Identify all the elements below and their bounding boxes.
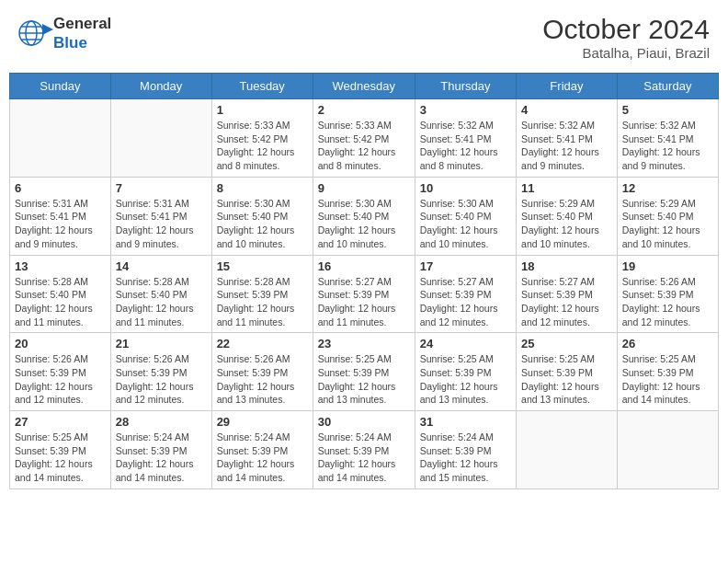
day-number: 3 <box>420 103 511 117</box>
calendar-cell: 12Sunrise: 5:29 AM Sunset: 5:40 PM Dayli… <box>617 177 718 255</box>
calendar-cell: 29Sunrise: 5:24 AM Sunset: 5:39 PM Dayli… <box>211 411 313 489</box>
day-number: 4 <box>521 103 612 117</box>
calendar-cell <box>110 99 211 178</box>
day-number: 26 <box>622 337 713 350</box>
day-number: 15 <box>217 259 308 273</box>
day-number: 6 <box>15 181 106 195</box>
day-info: Sunrise: 5:31 AM Sunset: 5:41 PM Dayligh… <box>15 197 106 251</box>
title-area: October 2024 Batalha, Piaui, Brazil <box>542 14 710 61</box>
day-info: Sunrise: 5:24 AM Sunset: 5:39 PM Dayligh… <box>420 431 511 485</box>
day-number: 25 <box>521 337 612 350</box>
day-info: Sunrise: 5:27 AM Sunset: 5:39 PM Dayligh… <box>318 275 410 329</box>
day-number: 23 <box>318 337 410 350</box>
calendar-cell: 23Sunrise: 5:25 AM Sunset: 5:39 PM Dayli… <box>313 333 415 411</box>
day-info: Sunrise: 5:32 AM Sunset: 5:41 PM Dayligh… <box>420 119 511 173</box>
weekday-header: Friday <box>517 74 618 99</box>
day-info: Sunrise: 5:30 AM Sunset: 5:40 PM Dayligh… <box>217 197 308 251</box>
month-year-title: October 2024 <box>542 14 710 45</box>
logo-icon <box>18 17 53 50</box>
calendar-cell: 22Sunrise: 5:26 AM Sunset: 5:39 PM Dayli… <box>211 333 313 411</box>
day-number: 20 <box>15 337 106 350</box>
calendar-cell: 5Sunrise: 5:32 AM Sunset: 5:41 PM Daylig… <box>617 99 718 178</box>
weekday-header: Wednesday <box>313 74 415 99</box>
day-number: 31 <box>420 415 511 429</box>
calendar-week-row: 1Sunrise: 5:33 AM Sunset: 5:42 PM Daylig… <box>10 99 719 178</box>
calendar-cell: 11Sunrise: 5:29 AM Sunset: 5:40 PM Dayli… <box>517 177 618 255</box>
day-number: 22 <box>217 337 308 350</box>
calendar-cell: 27Sunrise: 5:25 AM Sunset: 5:39 PM Dayli… <box>10 411 111 489</box>
calendar-cell: 28Sunrise: 5:24 AM Sunset: 5:39 PM Dayli… <box>110 411 211 489</box>
calendar-cell: 3Sunrise: 5:32 AM Sunset: 5:41 PM Daylig… <box>415 99 516 178</box>
day-info: Sunrise: 5:32 AM Sunset: 5:41 PM Dayligh… <box>622 119 713 173</box>
calendar-week-row: 20Sunrise: 5:26 AM Sunset: 5:39 PM Dayli… <box>10 333 719 411</box>
calendar-cell: 25Sunrise: 5:25 AM Sunset: 5:39 PM Dayli… <box>517 333 618 411</box>
day-number: 21 <box>116 337 207 350</box>
day-info: Sunrise: 5:26 AM Sunset: 5:39 PM Dayligh… <box>622 275 713 329</box>
calendar-cell: 21Sunrise: 5:26 AM Sunset: 5:39 PM Dayli… <box>110 333 211 411</box>
calendar-table: SundayMondayTuesdayWednesdayThursdayFrid… <box>9 73 719 489</box>
day-info: Sunrise: 5:30 AM Sunset: 5:40 PM Dayligh… <box>318 197 410 251</box>
day-info: Sunrise: 5:30 AM Sunset: 5:40 PM Dayligh… <box>420 197 511 251</box>
day-number: 18 <box>521 259 612 273</box>
logo-general-text: General <box>53 15 111 32</box>
day-number: 2 <box>318 103 410 117</box>
weekday-header: Monday <box>110 74 211 99</box>
day-info: Sunrise: 5:32 AM Sunset: 5:41 PM Dayligh… <box>521 119 612 173</box>
day-number: 5 <box>622 103 713 117</box>
day-number: 14 <box>116 259 207 273</box>
day-number: 9 <box>318 181 410 195</box>
day-info: Sunrise: 5:33 AM Sunset: 5:42 PM Dayligh… <box>217 119 308 173</box>
day-number: 13 <box>15 259 106 273</box>
calendar-cell: 10Sunrise: 5:30 AM Sunset: 5:40 PM Dayli… <box>415 177 516 255</box>
day-info: Sunrise: 5:26 AM Sunset: 5:39 PM Dayligh… <box>217 352 308 407</box>
page-header: General Blue October 2024 Batalha, Piaui… <box>9 9 719 65</box>
day-info: Sunrise: 5:25 AM Sunset: 5:39 PM Dayligh… <box>15 431 106 485</box>
day-info: Sunrise: 5:28 AM Sunset: 5:40 PM Dayligh… <box>116 275 207 329</box>
day-info: Sunrise: 5:25 AM Sunset: 5:39 PM Dayligh… <box>318 352 410 407</box>
calendar-cell: 9Sunrise: 5:30 AM Sunset: 5:40 PM Daylig… <box>313 177 415 255</box>
day-info: Sunrise: 5:25 AM Sunset: 5:39 PM Dayligh… <box>622 352 713 407</box>
calendar-cell: 20Sunrise: 5:26 AM Sunset: 5:39 PM Dayli… <box>10 333 111 411</box>
calendar-cell: 8Sunrise: 5:30 AM Sunset: 5:40 PM Daylig… <box>211 177 313 255</box>
day-info: Sunrise: 5:29 AM Sunset: 5:40 PM Dayligh… <box>521 197 612 251</box>
day-info: Sunrise: 5:25 AM Sunset: 5:39 PM Dayligh… <box>420 352 511 407</box>
day-number: 10 <box>420 181 511 195</box>
calendar-cell: 18Sunrise: 5:27 AM Sunset: 5:39 PM Dayli… <box>517 255 618 333</box>
location-subtitle: Batalha, Piaui, Brazil <box>542 45 710 61</box>
day-number: 28 <box>116 415 207 429</box>
day-info: Sunrise: 5:24 AM Sunset: 5:39 PM Dayligh… <box>318 431 410 485</box>
day-info: Sunrise: 5:33 AM Sunset: 5:42 PM Dayligh… <box>318 119 410 173</box>
day-info: Sunrise: 5:27 AM Sunset: 5:39 PM Dayligh… <box>420 275 511 329</box>
weekday-header-row: SundayMondayTuesdayWednesdayThursdayFrid… <box>10 74 719 99</box>
calendar-cell: 2Sunrise: 5:33 AM Sunset: 5:42 PM Daylig… <box>313 99 415 178</box>
calendar-cell: 15Sunrise: 5:28 AM Sunset: 5:39 PM Dayli… <box>211 255 313 333</box>
day-info: Sunrise: 5:25 AM Sunset: 5:39 PM Dayligh… <box>521 352 612 407</box>
day-number: 16 <box>318 259 410 273</box>
weekday-header: Thursday <box>415 74 516 99</box>
logo: General Blue <box>18 14 111 52</box>
calendar-cell: 17Sunrise: 5:27 AM Sunset: 5:39 PM Dayli… <box>415 255 516 333</box>
day-number: 12 <box>622 181 713 195</box>
day-info: Sunrise: 5:28 AM Sunset: 5:39 PM Dayligh… <box>217 275 308 329</box>
calendar-cell: 4Sunrise: 5:32 AM Sunset: 5:41 PM Daylig… <box>517 99 618 178</box>
calendar-cell: 19Sunrise: 5:26 AM Sunset: 5:39 PM Dayli… <box>617 255 718 333</box>
day-info: Sunrise: 5:26 AM Sunset: 5:39 PM Dayligh… <box>116 352 207 407</box>
day-number: 1 <box>217 103 308 117</box>
calendar-cell <box>617 411 718 489</box>
calendar-cell: 24Sunrise: 5:25 AM Sunset: 5:39 PM Dayli… <box>415 333 516 411</box>
calendar-week-row: 13Sunrise: 5:28 AM Sunset: 5:40 PM Dayli… <box>10 255 719 333</box>
day-info: Sunrise: 5:26 AM Sunset: 5:39 PM Dayligh… <box>15 352 106 407</box>
calendar-week-row: 6Sunrise: 5:31 AM Sunset: 5:41 PM Daylig… <box>10 177 719 255</box>
day-number: 30 <box>318 415 410 429</box>
calendar-cell: 31Sunrise: 5:24 AM Sunset: 5:39 PM Dayli… <box>415 411 516 489</box>
logo-blue-text: Blue <box>53 34 87 52</box>
day-number: 19 <box>622 259 713 273</box>
calendar-cell: 30Sunrise: 5:24 AM Sunset: 5:39 PM Dayli… <box>313 411 415 489</box>
calendar-cell: 1Sunrise: 5:33 AM Sunset: 5:42 PM Daylig… <box>211 99 313 178</box>
svg-marker-5 <box>42 24 53 35</box>
calendar-cell: 13Sunrise: 5:28 AM Sunset: 5:40 PM Dayli… <box>10 255 111 333</box>
calendar-cell: 7Sunrise: 5:31 AM Sunset: 5:41 PM Daylig… <box>110 177 211 255</box>
calendar-cell: 26Sunrise: 5:25 AM Sunset: 5:39 PM Dayli… <box>617 333 718 411</box>
calendar-week-row: 27Sunrise: 5:25 AM Sunset: 5:39 PM Dayli… <box>10 411 719 489</box>
day-info: Sunrise: 5:27 AM Sunset: 5:39 PM Dayligh… <box>521 275 612 329</box>
